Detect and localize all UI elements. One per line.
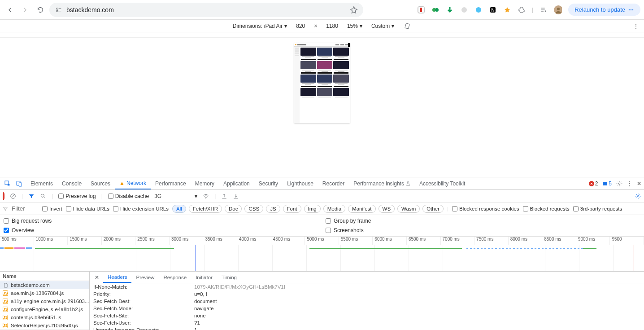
blocked-cookies-check[interactable]: Blocked response cookies [452, 206, 519, 211]
tab-recorder[interactable]: Recorder [318, 177, 349, 189]
request-row[interactable]: bstackdemo.com [0, 281, 89, 289]
detail-tabs: ✕ HeadersPreviewResponseInitiatorTiming [90, 272, 644, 283]
bookmark-star-icon[interactable] [350, 6, 358, 14]
request-list-header[interactable]: Name [0, 272, 89, 281]
device-toggle-icon[interactable] [14, 180, 24, 187]
filter-pill-media[interactable]: Media [323, 205, 345, 213]
page-preview[interactable] [294, 43, 350, 123]
screenshots-check[interactable]: Screenshots [326, 227, 640, 233]
preserve-log-check[interactable]: Preserve log [58, 193, 96, 199]
filter-pill-font[interactable]: Font [283, 205, 301, 213]
clear-icon[interactable] [10, 193, 16, 199]
hide-ext-urls-check[interactable]: Hide extension URLs [113, 206, 169, 211]
filter-pill-other[interactable]: Other [422, 205, 444, 213]
detail-tab-headers[interactable]: Headers [103, 272, 131, 283]
svg-rect-15 [405, 23, 409, 28]
site-info-icon[interactable] [55, 6, 63, 14]
device-height[interactable]: 1180 [326, 23, 338, 29]
filter-pill-ws[interactable]: WS [379, 205, 395, 213]
relaunch-button[interactable]: Relaunch to update [568, 4, 640, 16]
tab-network[interactable]: ▲ Network [115, 177, 151, 189]
request-row[interactable]: JSaxe.min.js-13867884.js [0, 289, 89, 297]
group-frame-check[interactable]: Group by frame [326, 218, 640, 224]
filter-pill-fetch-xhr[interactable]: Fetch/XHR [189, 205, 222, 213]
close-detail-icon[interactable]: ✕ [91, 274, 102, 281]
download-icon[interactable] [233, 193, 239, 199]
device-more-icon[interactable]: ⋮ [633, 23, 639, 29]
profile-avatar[interactable] [554, 6, 562, 14]
tab-sources[interactable]: Sources [86, 177, 115, 189]
tab-accessibility-toolkit[interactable]: Accessibility Toolkit [415, 177, 470, 189]
tab-lighthouse[interactable]: Lighthouse [283, 177, 318, 189]
reload-button[interactable] [34, 4, 47, 16]
close-devtools-icon[interactable]: ✕ [637, 180, 641, 187]
rotate-icon[interactable] [403, 22, 411, 30]
filter-icon[interactable] [28, 193, 35, 199]
detail-tab-timing[interactable]: Timing [217, 272, 241, 283]
tab-security[interactable]: Security [254, 177, 283, 189]
funnel-icon[interactable] [3, 206, 8, 211]
svg-point-25 [637, 195, 639, 197]
detail-tab-initiator[interactable]: Initiator [191, 272, 217, 283]
filter-pill-doc[interactable]: Doc [225, 205, 242, 213]
throttle-selector[interactable]: Custom ▾ [371, 23, 394, 29]
big-rows-check[interactable]: Big request rows [4, 218, 318, 224]
third-party-check[interactable]: 3rd-party requests [573, 206, 622, 211]
tab-performance-insights[interactable]: Performance insights [349, 177, 415, 189]
hide-data-urls-check[interactable]: Hide data URLs [66, 206, 109, 211]
filter-pill-js[interactable]: JS [266, 205, 280, 213]
request-row[interactable]: JSa11y-engine-core.min.js-291603... [0, 297, 89, 305]
tab-console[interactable]: Console [57, 177, 86, 189]
inspect-icon[interactable] [3, 180, 13, 187]
error-badge[interactable]: 2 [589, 180, 598, 187]
upload-icon[interactable] [221, 193, 227, 199]
device-width[interactable]: 820 [296, 23, 305, 29]
settings-icon[interactable] [616, 180, 622, 187]
filter-pill-img[interactable]: Img [304, 205, 321, 213]
filter-pill-manifest[interactable]: Manifest [348, 205, 375, 213]
wifi-icon[interactable] [203, 193, 209, 199]
disable-cache-check[interactable]: Disable cache [108, 193, 149, 199]
tab-performance[interactable]: Performance [151, 177, 191, 189]
ext-icon-6[interactable]: N [489, 6, 497, 14]
info-badge[interactable]: 5 [602, 180, 612, 187]
throttling-select[interactable]: 3G▾ [154, 193, 197, 199]
network-detail-area: Name bstackdemo.comJSaxe.min.js-13867884… [0, 272, 644, 330]
media-icon[interactable] [540, 6, 548, 14]
more-icon[interactable]: ⋮ [627, 180, 632, 187]
address-bar[interactable]: bstackdemo.com [49, 3, 363, 17]
request-row[interactable]: JScontent.js-b8eb6f51.js [0, 313, 89, 321]
ext-icon-3[interactable] [446, 6, 454, 14]
blocked-requests-check[interactable]: Blocked requests [523, 206, 570, 211]
ext-icon-7[interactable] [503, 6, 511, 14]
extensions-icon[interactable] [518, 6, 526, 14]
tab-application[interactable]: Application [219, 177, 254, 189]
filter-pill-css[interactable]: CSS [244, 205, 263, 213]
request-row[interactable]: JSSelectorHelper.js-f10c95d0.js [0, 321, 89, 330]
svg-rect-18 [19, 183, 22, 186]
network-timeline[interactable]: 500 ms1000 ms1500 ms2000 ms2500 ms3000 m… [0, 237, 644, 272]
tab-memory[interactable]: Memory [191, 177, 219, 189]
invert-check[interactable]: Invert [42, 206, 62, 211]
device-toolbar: Dimensions: iPad Air ▾ 820 × 1180 15% ▾ … [0, 20, 644, 32]
network-settings-icon[interactable] [635, 193, 641, 199]
filter-input[interactable] [12, 205, 39, 212]
filter-pill-all[interactable]: All [172, 205, 186, 213]
detail-tab-preview[interactable]: Preview [131, 272, 159, 283]
back-button[interactable] [4, 4, 16, 16]
forward-button[interactable] [19, 4, 31, 16]
zoom-selector[interactable]: 15% ▾ [347, 23, 362, 29]
overview-check[interactable]: Overview [4, 227, 318, 233]
dimensions-selector[interactable]: Dimensions: iPad Air ▾ [233, 23, 287, 29]
record-button[interactable] [3, 193, 4, 199]
filter-pill-wasm[interactable]: Wasm [397, 205, 420, 213]
ext-icon-2[interactable] [431, 6, 439, 14]
detail-tab-response[interactable]: Response [159, 272, 191, 283]
ext-icon-5[interactable] [474, 6, 483, 14]
tab-elements[interactable]: Elements [26, 177, 57, 189]
svg-point-23 [41, 194, 44, 197]
request-row[interactable]: JSconfigureEngine.js-e4a8b1b2.js [0, 305, 89, 313]
ext-icon-1[interactable] [417, 6, 425, 14]
search-icon[interactable] [40, 193, 46, 199]
ext-icon-4[interactable] [460, 6, 468, 14]
